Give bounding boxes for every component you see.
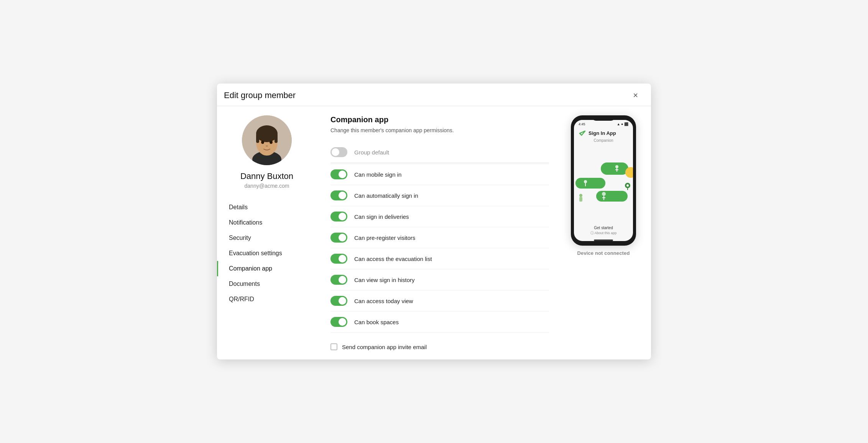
svg-point-8 (270, 141, 273, 144)
permission-sign-in-history: Can view sign in history (330, 269, 549, 290)
permission-sign-in-deliveries: Can sign in deliveries (330, 206, 549, 227)
svg-rect-6 (275, 134, 278, 143)
permission-auto-sign-in: Can automatically sign in (330, 185, 549, 206)
phone-frame: 4:45 ▲ ● ⬛ Sign In App Companion (571, 115, 636, 246)
avatar (242, 115, 292, 165)
permissions-list: Can mobile sign in Can automatically sig… (330, 164, 549, 333)
toggle-evacuation-list[interactable] (330, 254, 347, 264)
main-content: Companion app Change this member's compa… (317, 115, 563, 359)
permission-evacuation-list: Can access the evacuation list (330, 248, 549, 269)
sidebar-item-documents[interactable]: Documents (217, 276, 317, 292)
permission-label-sign-in-deliveries: Can sign in deliveries (354, 213, 409, 220)
sidebar-item-companion[interactable]: Companion app (217, 261, 317, 276)
svg-marker-12 (580, 131, 585, 135)
phone-app-header: Sign In App (574, 127, 633, 138)
section-description: Change this member's companion app permi… (330, 127, 549, 133)
svg-point-19 (584, 180, 587, 183)
invite-email-checkbox[interactable] (330, 343, 337, 350)
toggle-auto-sign-in[interactable] (330, 190, 347, 200)
svg-point-23 (626, 184, 629, 187)
phone-illustration (574, 144, 633, 224)
phone-app-name: Sign In App (589, 130, 616, 136)
permission-today-view: Can access today view (330, 290, 549, 312)
group-default-label: Group default (354, 149, 389, 156)
svg-point-14 (615, 165, 618, 168)
phone-get-started: Get started (594, 226, 613, 230)
sidebar-item-notifications[interactable]: Notifications (217, 215, 317, 230)
modal-title: Edit group member (224, 90, 296, 100)
phone-signal-icons: ▲ ● ⬛ (617, 122, 628, 126)
invite-email-label: Send companion app invite email (342, 344, 427, 350)
svg-point-26 (602, 192, 606, 196)
toggle-slider (330, 147, 347, 157)
phone-home-indicator (594, 240, 613, 241)
phone-app-sub: Companion (574, 138, 633, 144)
phone-column: 4:45 ▲ ● ⬛ Sign In App Companion (563, 115, 651, 359)
svg-rect-25 (579, 197, 582, 202)
svg-point-24 (579, 194, 582, 197)
modal-header: Edit group member × (217, 84, 651, 106)
close-button[interactable]: × (631, 90, 640, 100)
sidebar-item-security[interactable]: Security (217, 230, 317, 246)
toggle-pre-register[interactable] (330, 233, 347, 243)
phone-notch (592, 115, 615, 121)
user-name: Danny Buxton (240, 171, 293, 181)
permission-label-auto-sign-in: Can automatically sign in (354, 192, 418, 199)
sidebar-item-details[interactable]: Details (217, 200, 317, 215)
section-title: Companion app (330, 115, 549, 124)
toggle-book-spaces[interactable] (330, 317, 347, 327)
toggle-mobile-sign-in[interactable] (330, 169, 347, 179)
toggle-sign-in-deliveries[interactable] (330, 212, 347, 222)
group-default-toggle[interactable] (330, 147, 347, 157)
app-logo-icon (579, 129, 586, 137)
svg-rect-10 (269, 139, 273, 140)
svg-rect-13 (601, 162, 628, 175)
svg-rect-21 (596, 191, 628, 202)
sidebar-item-qr-rfid[interactable]: QR/RFID (217, 292, 317, 307)
permission-label-evacuation-list: Can access the evacuation list (354, 256, 432, 262)
svg-point-7 (261, 141, 264, 144)
sidebar-item-evacuation[interactable]: Evacuation settings (217, 246, 317, 261)
phone-screen: 4:45 ▲ ● ⬛ Sign In App Companion (574, 120, 633, 241)
user-email: danny@acme.com (245, 183, 289, 189)
permission-label-pre-register: Can pre-register visitors (354, 235, 415, 241)
invite-row: Send companion app invite email (330, 343, 549, 350)
permission-label-today-view: Can access today view (354, 298, 413, 304)
edit-group-member-modal: Edit group member × (217, 84, 651, 359)
permission-mobile-sign-in: Can mobile sign in (330, 164, 549, 185)
svg-rect-9 (261, 139, 265, 140)
modal-body: Danny Buxton danny@acme.com Details Noti… (217, 106, 651, 359)
phone-about: ⓘ About this app (590, 231, 617, 236)
group-default-row: Group default (330, 143, 549, 163)
toggle-today-view[interactable] (330, 296, 347, 306)
svg-point-4 (256, 125, 278, 142)
svg-point-11 (266, 145, 268, 147)
permission-label-book-spaces: Can book spaces (354, 319, 399, 325)
svg-rect-18 (575, 178, 605, 189)
phone-time: 4:45 (579, 122, 585, 126)
permission-label-mobile-sign-in: Can mobile sign in (354, 171, 401, 178)
svg-rect-5 (256, 134, 259, 143)
toggle-sign-in-history[interactable] (330, 275, 347, 285)
permission-book-spaces: Can book spaces (330, 312, 549, 333)
device-status: Device not connected (577, 250, 630, 256)
permission-label-sign-in-history: Can view sign in history (354, 277, 415, 283)
phone-bottom: Get started ⓘ About this app (574, 224, 633, 238)
sidebar: Danny Buxton danny@acme.com Details Noti… (217, 115, 317, 359)
nav-list: Details Notifications Security Evacuatio… (217, 200, 317, 307)
permission-pre-register: Can pre-register visitors (330, 227, 549, 248)
phone-status-bar: 4:45 ▲ ● ⬛ (574, 120, 633, 127)
